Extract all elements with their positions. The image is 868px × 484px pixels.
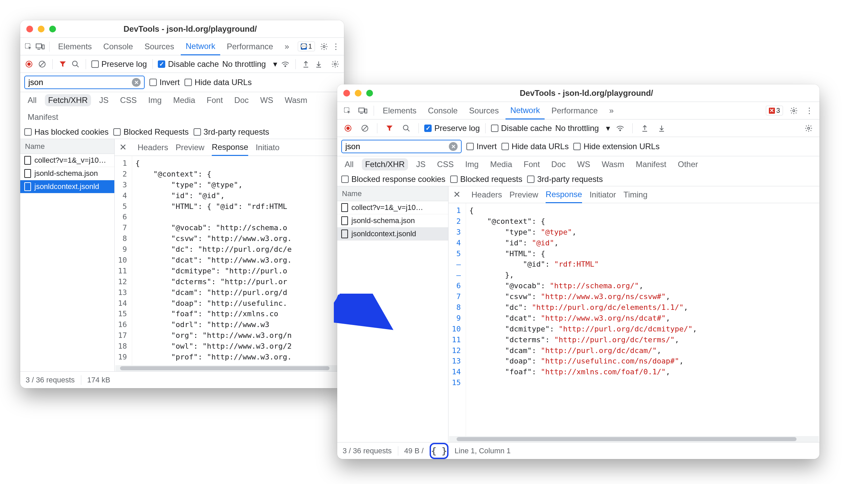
name-column-header[interactable]: Name — [20, 139, 114, 154]
upload-icon[interactable] — [638, 122, 652, 135]
code-body[interactable]: { "@context": { "type": "@type", "id": "… — [132, 156, 344, 365]
record-icon[interactable] — [24, 57, 34, 71]
wifi-icon[interactable] — [613, 122, 627, 135]
device-icon[interactable] — [35, 40, 45, 53]
name-column-header[interactable]: Name — [337, 186, 448, 201]
filter-icon[interactable] — [58, 57, 67, 71]
request-row[interactable]: jsonld-schema.json — [337, 214, 448, 227]
subtab-timing[interactable]: Timing — [624, 186, 647, 203]
kebab-icon[interactable]: ⋮ — [803, 104, 816, 117]
tab-sources[interactable]: Sources — [464, 102, 503, 119]
subtab-headers[interactable]: Headers — [138, 139, 168, 156]
chip-fetch[interactable]: Fetch/XHR — [362, 158, 408, 170]
chip-doc[interactable]: Doc — [231, 94, 252, 106]
blocked-requests-check[interactable]: Blocked requests — [450, 174, 522, 184]
wifi-icon[interactable] — [281, 57, 290, 71]
blocked-cookies-check[interactable]: Blocked response cookies — [341, 174, 445, 184]
chip-media[interactable]: Media — [170, 94, 198, 106]
tab-more[interactable]: » — [280, 38, 294, 55]
hide-data-urls-check[interactable]: Hide data URLs — [184, 78, 252, 87]
issues-badge[interactable]: 💬1 — [298, 42, 315, 51]
upload-icon[interactable] — [301, 57, 311, 71]
filter-input[interactable]: ✕ — [341, 140, 462, 153]
disable-cache-check[interactable]: Disable cache — [491, 124, 552, 133]
code-body[interactable]: { "@context": { "type": "@type", "id": "… — [466, 203, 820, 436]
third-party-check[interactable]: 3rd-party requests — [527, 174, 603, 184]
chip-fetch[interactable]: Fetch/XHR — [45, 94, 91, 106]
tab-network[interactable]: Network — [505, 102, 545, 119]
filter-text[interactable] — [345, 142, 446, 151]
h-scrollbar[interactable] — [449, 436, 819, 442]
download-icon[interactable] — [314, 57, 323, 71]
request-row[interactable]: collect?v=1&_v=j10… — [20, 154, 114, 167]
request-row-selected[interactable]: jsonldcontext.jsonld — [337, 227, 448, 241]
chip-css[interactable]: CSS — [434, 158, 457, 170]
preserve-log-check[interactable]: Preserve log — [424, 124, 480, 133]
throttling-select[interactable]: No throttling ▾ — [555, 124, 610, 133]
chip-manifest[interactable]: Manifest — [24, 111, 62, 123]
chip-all[interactable]: All — [24, 94, 40, 106]
device-icon[interactable] — [356, 104, 370, 117]
chip-ws[interactable]: WS — [257, 94, 277, 106]
filter-input[interactable]: ✕ — [24, 76, 145, 89]
close-detail-icon[interactable]: ✕ — [119, 142, 130, 153]
tab-elements[interactable]: Elements — [378, 102, 421, 119]
chip-other[interactable]: Other — [674, 158, 701, 170]
close-detail-icon[interactable]: ✕ — [453, 189, 464, 200]
chip-font[interactable]: Font — [520, 158, 543, 170]
chip-manifest[interactable]: Manifest — [632, 158, 670, 170]
record-icon[interactable] — [341, 122, 355, 135]
clear-filter-icon[interactable]: ✕ — [132, 78, 141, 87]
chip-wasm[interactable]: Wasm — [281, 94, 311, 106]
third-party-check[interactable]: 3rd-party requests — [194, 127, 269, 137]
filter-icon[interactable] — [383, 122, 396, 135]
gear-icon[interactable] — [319, 40, 329, 53]
close-icon[interactable] — [343, 90, 350, 97]
inspect-icon[interactable] — [341, 104, 354, 117]
request-row[interactable]: jsonld-schema.json — [20, 167, 114, 180]
chip-all[interactable]: All — [341, 158, 357, 170]
clear-filter-icon[interactable]: ✕ — [449, 142, 458, 151]
panel-gear-icon[interactable] — [330, 57, 340, 71]
chip-img[interactable]: Img — [145, 94, 165, 106]
subtab-initiator[interactable]: Initiato — [256, 139, 280, 156]
search-icon[interactable] — [71, 57, 80, 71]
chip-doc[interactable]: Doc — [548, 158, 569, 170]
invert-check[interactable]: Invert — [466, 142, 497, 151]
clear-icon[interactable] — [37, 57, 47, 71]
chip-font[interactable]: Font — [203, 94, 226, 106]
blocked-requests-check[interactable]: Blocked Requests — [113, 127, 189, 137]
preserve-log-check[interactable]: Preserve log — [91, 59, 147, 69]
chip-js[interactable]: JS — [96, 94, 112, 106]
tab-console[interactable]: Console — [98, 38, 138, 55]
chip-css[interactable]: CSS — [117, 94, 140, 106]
subtab-initiator[interactable]: Initiator — [589, 186, 616, 203]
kebab-icon[interactable]: ⋮ — [331, 40, 341, 53]
tab-performance[interactable]: Performance — [222, 38, 278, 55]
subtab-preview[interactable]: Preview — [176, 139, 204, 156]
chip-wasm[interactable]: Wasm — [598, 158, 628, 170]
subtab-headers[interactable]: Headers — [471, 186, 502, 203]
filter-text[interactable] — [28, 78, 129, 87]
request-row[interactable]: collect?v=1&_v=j10… — [337, 201, 448, 214]
response-code[interactable]: 1 2 3 4 5 – – 6 7 8 9 10 11 12 13 14 15 … — [449, 203, 819, 436]
chip-media[interactable]: Media — [487, 158, 515, 170]
gear-icon[interactable] — [787, 104, 801, 117]
close-icon[interactable] — [26, 26, 33, 32]
chip-ws[interactable]: WS — [574, 158, 594, 170]
disable-cache-check[interactable]: Disable cache — [158, 59, 219, 69]
search-icon[interactable] — [400, 122, 413, 135]
tab-network[interactable]: Network — [181, 38, 220, 55]
has-blocked-cookies-check[interactable]: Has blocked cookies — [24, 127, 109, 137]
tab-sources[interactable]: Sources — [140, 38, 179, 55]
inspect-icon[interactable] — [24, 40, 33, 53]
pretty-print-button[interactable]: { } — [430, 443, 449, 459]
tab-elements[interactable]: Elements — [53, 38, 96, 55]
clear-icon[interactable] — [358, 122, 372, 135]
request-row-selected[interactable]: jsonldcontext.jsonld — [20, 180, 114, 193]
tab-performance[interactable]: Performance — [547, 102, 602, 119]
throttling-select[interactable]: No throttling ▾ — [222, 59, 277, 69]
panel-gear-icon[interactable] — [802, 122, 815, 135]
subtab-response[interactable]: Response — [546, 186, 582, 203]
tab-console[interactable]: Console — [423, 102, 462, 119]
